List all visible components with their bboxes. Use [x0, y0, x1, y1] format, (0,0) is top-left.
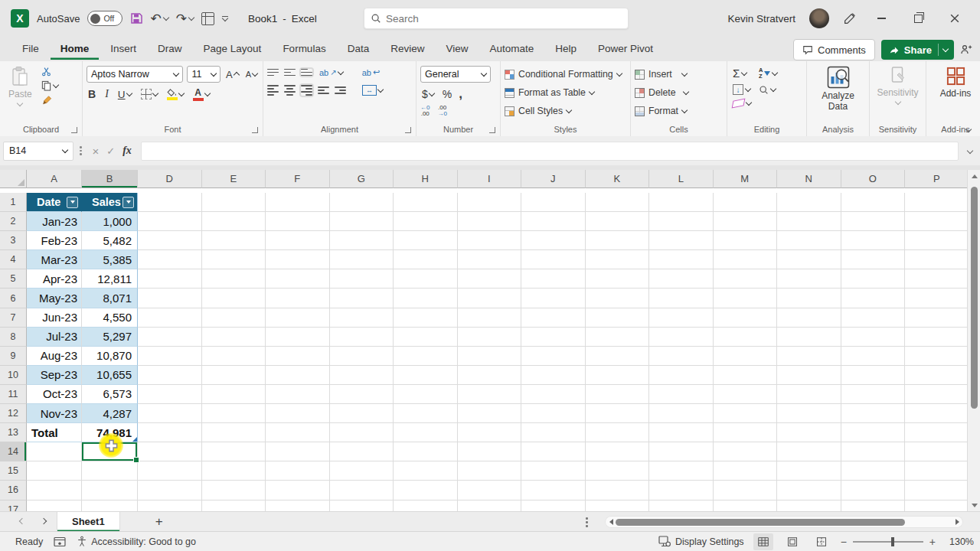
- cell-L13[interactable]: [649, 423, 714, 442]
- zoom-in-button[interactable]: +: [929, 536, 936, 548]
- cell-H15[interactable]: [394, 461, 458, 481]
- sort-filter-button[interactable]: AZ: [759, 67, 777, 80]
- cell-N6[interactable]: [777, 289, 841, 308]
- cell-L14[interactable]: [649, 442, 714, 461]
- tab-draw[interactable]: Draw: [148, 38, 192, 60]
- cell-J7[interactable]: [521, 308, 586, 328]
- cell-F6[interactable]: [266, 289, 330, 308]
- cell-G14[interactable]: [330, 442, 394, 461]
- row-header-13[interactable]: 13: [0, 423, 27, 442]
- zoom-out-button[interactable]: −: [841, 536, 847, 548]
- cell-L16[interactable]: [649, 481, 714, 500]
- cell-M14[interactable]: [714, 442, 778, 461]
- cancel-button[interactable]: ×: [93, 145, 100, 158]
- cell-L9[interactable]: [649, 347, 714, 366]
- cell-D10[interactable]: [138, 366, 202, 385]
- cell-A11[interactable]: Oct-23: [27, 385, 82, 404]
- cell-L3[interactable]: [649, 231, 714, 250]
- cell-L10[interactable]: [649, 366, 714, 385]
- cell-F4[interactable]: [266, 250, 330, 269]
- cell-B4[interactable]: 5,385: [82, 250, 138, 269]
- cell-F15[interactable]: [266, 461, 330, 481]
- cell-J1[interactable]: [521, 193, 586, 212]
- cell-N8[interactable]: [777, 328, 841, 347]
- cell-O10[interactable]: [841, 366, 906, 385]
- cell-O16[interactable]: [841, 481, 906, 500]
- zoom-level[interactable]: 130%: [945, 536, 974, 547]
- autosave-toggle[interactable]: Off: [87, 11, 122, 26]
- cell-F3[interactable]: [266, 231, 330, 250]
- clipboard-dialog-launcher-icon[interactable]: [71, 127, 77, 133]
- cell-O13[interactable]: [841, 423, 906, 442]
- cell-A12[interactable]: Nov-23: [27, 404, 82, 423]
- cell-F7[interactable]: [266, 308, 330, 328]
- column-header-K[interactable]: K: [586, 170, 650, 188]
- tab-home[interactable]: Home: [51, 38, 100, 60]
- cell-K5[interactable]: [586, 269, 650, 289]
- cell-O11[interactable]: [841, 385, 906, 404]
- cell-H13[interactable]: [394, 423, 458, 442]
- cell-H2[interactable]: [394, 212, 458, 231]
- cell-I10[interactable]: [458, 366, 522, 385]
- borders-dropdown-icon[interactable]: [152, 90, 158, 96]
- cell-K2[interactable]: [586, 212, 650, 231]
- cell-A4[interactable]: Mar-23: [27, 250, 82, 269]
- cell-O5[interactable]: [841, 269, 906, 289]
- cell-I17[interactable]: [458, 500, 522, 512]
- cell-M9[interactable]: [714, 347, 778, 366]
- cell-N14[interactable]: [777, 442, 841, 461]
- cell-A9[interactable]: Aug-23: [27, 347, 82, 366]
- accounting-dropdown-icon[interactable]: [429, 90, 435, 96]
- cell-H17[interactable]: [394, 500, 458, 512]
- cell-F12[interactable]: [266, 404, 330, 423]
- cell-E5[interactable]: [202, 269, 266, 289]
- save-icon[interactable]: [130, 12, 142, 24]
- cell-I2[interactable]: [458, 212, 522, 231]
- paste-dropdown-icon[interactable]: [17, 100, 23, 106]
- cell-L6[interactable]: [649, 289, 714, 308]
- cell-P1[interactable]: [905, 193, 967, 212]
- cell-M15[interactable]: [714, 461, 778, 481]
- cell-E1[interactable]: [202, 193, 266, 212]
- cell-H16[interactable]: [394, 481, 458, 500]
- formula-input[interactable]: [141, 142, 959, 161]
- cell-O9[interactable]: [841, 347, 906, 366]
- cell-G10[interactable]: [330, 366, 394, 385]
- cell-H11[interactable]: [394, 385, 458, 404]
- cell-O1[interactable]: [841, 193, 906, 212]
- accessibility-status[interactable]: Accessibility: Good to go: [77, 536, 196, 547]
- announcements-icon[interactable]: [843, 12, 856, 25]
- cell-D12[interactable]: [138, 404, 202, 423]
- cell-K3[interactable]: [586, 231, 650, 250]
- cell-L2[interactable]: [649, 212, 714, 231]
- cell-L17[interactable]: [649, 500, 714, 512]
- cell-L7[interactable]: [649, 308, 714, 328]
- cell-H10[interactable]: [394, 366, 458, 385]
- cell-E2[interactable]: [202, 212, 266, 231]
- cell-H9[interactable]: [394, 347, 458, 366]
- fill-handle[interactable]: [133, 457, 139, 463]
- scroll-up-icon[interactable]: [972, 174, 978, 178]
- scroll-down-icon[interactable]: [972, 504, 978, 507]
- cell-P5[interactable]: [905, 269, 967, 289]
- grow-font-button[interactable]: A: [224, 68, 240, 81]
- cell-P9[interactable]: [905, 347, 967, 366]
- sensitivity-button[interactable]: Sensitivity: [872, 64, 923, 106]
- align-left-button[interactable]: [267, 85, 279, 95]
- cell-A3[interactable]: Feb-23: [27, 231, 82, 250]
- search-box[interactable]: [364, 8, 629, 29]
- cell-H12[interactable]: [394, 404, 458, 423]
- column-header-I[interactable]: I: [458, 170, 522, 188]
- cell-G1[interactable]: [330, 193, 394, 212]
- cell-A13[interactable]: Total: [27, 423, 82, 442]
- cell-I3[interactable]: [458, 231, 522, 250]
- percent-style-button[interactable]: %: [443, 88, 452, 100]
- cell-E8[interactable]: [202, 328, 266, 347]
- cell-K11[interactable]: [586, 385, 650, 404]
- cell-M7[interactable]: [714, 308, 778, 328]
- column-header-N[interactable]: N: [777, 170, 841, 188]
- sheet-nav-prev-icon[interactable]: [19, 517, 25, 523]
- column-header-D[interactable]: D: [138, 170, 202, 188]
- column-header-B[interactable]: B: [82, 170, 138, 188]
- cell-B5[interactable]: 12,811: [82, 269, 138, 289]
